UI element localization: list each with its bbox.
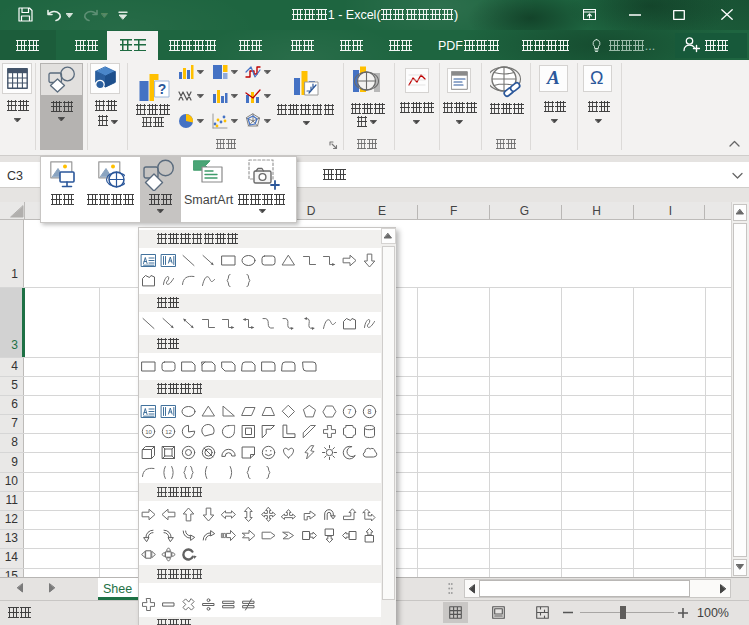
svg-text:?: ? <box>158 81 167 97</box>
svg-text:8: 8 <box>368 408 372 415</box>
svg-text:12: 12 <box>165 429 172 435</box>
svg-text:7: 7 <box>348 408 352 415</box>
svg-text:10: 10 <box>145 429 152 435</box>
